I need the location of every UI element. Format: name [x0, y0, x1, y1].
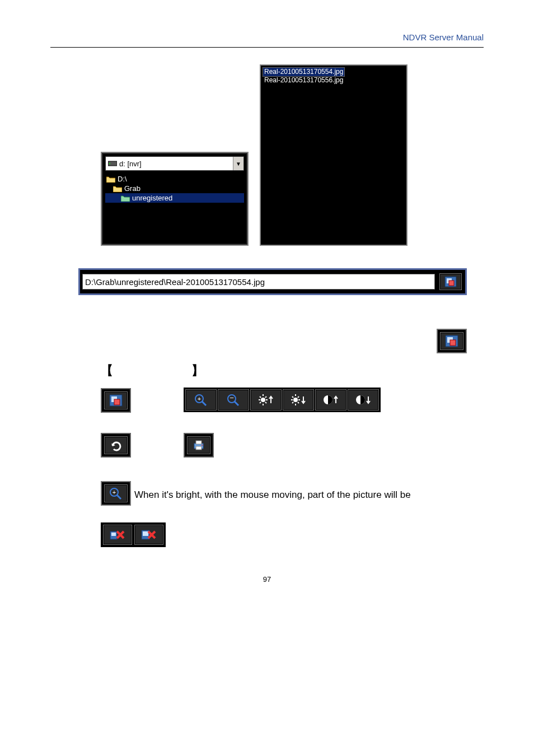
right-bracket: 】	[191, 362, 204, 379]
svg-rect-38	[196, 441, 202, 444]
zoom-out-icon: −	[226, 393, 241, 407]
svg-point-1	[109, 163, 110, 164]
undo-button[interactable]	[104, 436, 128, 454]
svg-rect-10	[114, 399, 120, 405]
print-button-row	[184, 433, 214, 458]
page-number: 97	[50, 575, 484, 584]
drive-panel: d: [nvr] ▼ D:\ Grab	[101, 152, 249, 246]
path-input[interactable]: D:\Grab\unregistered\Real-20100513170554…	[82, 274, 435, 290]
brightness-up-icon	[257, 393, 274, 407]
svg-rect-39	[196, 446, 202, 450]
adjustment-buttons-strip: + −	[184, 388, 381, 412]
delete-file-button[interactable]	[103, 525, 132, 545]
folder-tree[interactable]: D:\ Grab unregistered	[105, 174, 244, 241]
zoom-description-text: When it's bright, with the mouse moving,…	[134, 479, 411, 505]
tree-item-grab[interactable]: Grab	[105, 184, 244, 193]
svg-rect-45	[111, 533, 116, 536]
contrast-up-button[interactable]	[315, 389, 346, 410]
header-rule	[50, 47, 484, 48]
brackets-row: 【 】	[101, 362, 484, 379]
hard-drive-icon	[108, 160, 117, 167]
svg-line-24	[260, 402, 261, 403]
image-tool-button[interactable]	[439, 273, 462, 290]
svg-text:+: +	[198, 395, 201, 402]
undo-button-row	[101, 433, 131, 458]
print-button[interactable]	[187, 436, 210, 454]
zoom-out-button[interactable]: −	[218, 389, 249, 410]
svg-point-26	[293, 398, 298, 402]
svg-line-31	[292, 396, 293, 398]
svg-text:−: −	[230, 394, 235, 402]
image-tool-icon	[445, 335, 458, 347]
file-item[interactable]: Real-20100513170554.jpg	[263, 68, 344, 76]
chevron-down-icon[interactable]: ▼	[233, 157, 243, 170]
svg-rect-49	[143, 531, 148, 536]
header-title: NDVR Server Manual	[403, 32, 484, 42]
single-button-row	[101, 388, 131, 413]
svg-line-32	[298, 402, 299, 403]
drive-selector-text: d: [nvr]	[119, 160, 233, 168]
file-item[interactable]: Real-20100513170556.jpg	[263, 76, 404, 85]
open-folder-icon	[121, 195, 130, 202]
contrast-down-button[interactable]	[348, 389, 379, 410]
file-browser-screenshot: d: [nvr] ▼ D:\ Grab	[101, 64, 484, 246]
svg-line-15	[235, 402, 238, 405]
tree-label: Grab	[124, 184, 140, 193]
svg-line-12	[202, 402, 206, 405]
brightness-down-icon	[290, 393, 307, 407]
svg-line-25	[265, 396, 266, 398]
zoom-in-icon: +	[194, 393, 208, 407]
delete-buttons-row	[101, 522, 166, 547]
tree-label: D:\	[118, 175, 127, 183]
file-delete-icon	[109, 528, 126, 542]
file-list-panel: Real-20100513170554.jpg Real-20100513170…	[260, 64, 407, 246]
svg-line-33	[292, 402, 293, 403]
path-input-text: D:\Grab\unregistered\Real-20100513170554…	[85, 277, 265, 287]
contrast-up-icon	[322, 393, 339, 407]
right-floating-button-row	[101, 329, 484, 357]
svg-rect-7	[450, 340, 456, 346]
image-tool-button[interactable]	[440, 332, 463, 350]
svg-point-17	[261, 398, 265, 402]
open-folder-icon	[106, 176, 115, 183]
svg-line-22	[260, 396, 261, 398]
svg-point-40	[202, 445, 203, 446]
brightness-down-button[interactable]	[283, 389, 314, 410]
undo-icon	[109, 439, 123, 451]
image-tool-button[interactable]	[104, 391, 128, 409]
left-bracket: 【	[101, 362, 113, 379]
file-list[interactable]: Real-20100513170554.jpg Real-20100513170…	[261, 66, 406, 245]
svg-line-23	[265, 402, 266, 403]
svg-text:+: +	[113, 489, 116, 496]
image-delete-icon	[140, 528, 157, 542]
tree-item-root[interactable]: D:\	[105, 174, 244, 184]
path-bar: D:\Grab\unregistered\Real-20100513170554…	[78, 268, 467, 295]
drive-selector[interactable]: d: [nvr] ▼	[105, 156, 244, 171]
zoom-in-icon: +	[109, 487, 123, 500]
tree-item-unregistered[interactable]: unregistered	[105, 193, 244, 203]
brightness-up-button[interactable]	[250, 389, 282, 410]
zoom-in-button[interactable]: +	[185, 389, 217, 410]
delete-image-button[interactable]	[134, 525, 163, 545]
zoom-description-row: + When it's bright, with the mouse movin…	[101, 479, 461, 506]
svg-line-42	[117, 495, 121, 499]
image-tool-icon	[109, 394, 123, 407]
printer-icon	[192, 439, 205, 451]
zoom-in-button[interactable]: +	[104, 484, 128, 502]
contrast-down-icon	[355, 393, 372, 407]
svg-rect-4	[449, 281, 454, 286]
image-tool-icon	[444, 276, 457, 287]
open-folder-icon	[113, 185, 122, 192]
svg-line-34	[298, 396, 299, 398]
tree-label: unregistered	[132, 194, 172, 202]
